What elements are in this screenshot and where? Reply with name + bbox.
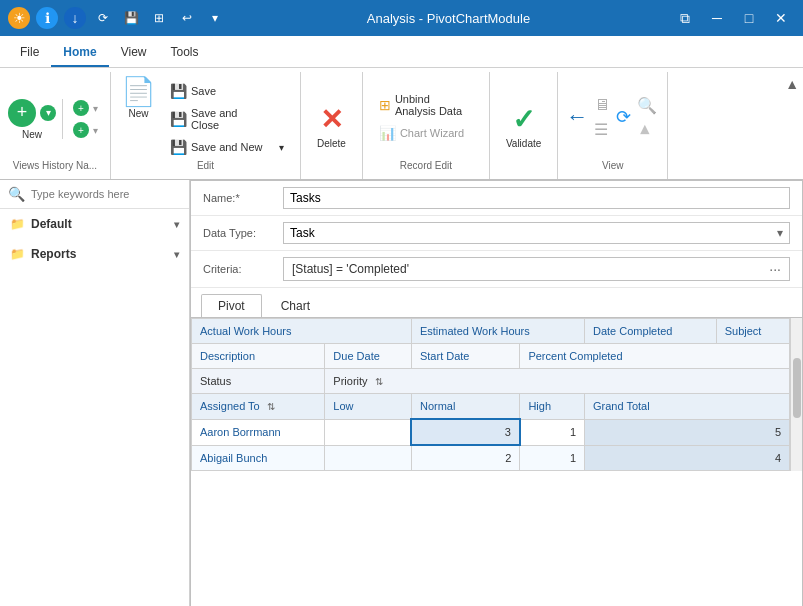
- data-type-select[interactable]: Task ▾: [283, 222, 790, 244]
- tab-pivot[interactable]: Pivot: [201, 294, 262, 317]
- download-icon[interactable]: ↓: [64, 7, 86, 29]
- sidebar-item-default[interactable]: 📁 Default ▾: [0, 209, 189, 239]
- data-type-row: Data Type: Task ▾: [191, 216, 802, 251]
- priority-cell: Priority ⇅: [325, 369, 790, 394]
- name-label: Name:*: [203, 192, 283, 204]
- view-small-col: 🖥 ☰: [592, 94, 612, 141]
- view-icon2[interactable]: ☰: [592, 118, 612, 141]
- new-dropdown-button[interactable]: ▾: [40, 105, 56, 121]
- new-doc-label: New: [128, 108, 148, 119]
- save-button[interactable]: 💾 Save: [162, 80, 272, 102]
- close-button[interactable]: ✕: [767, 4, 795, 32]
- content-area: Name:* Data Type: Task ▾ Criteria: [Stat…: [190, 180, 803, 606]
- assigned-sort-icon[interactable]: ⇅: [267, 401, 275, 412]
- info-icon[interactable]: ℹ: [36, 7, 58, 29]
- grid-title-icon[interactable]: ⊞: [148, 7, 170, 29]
- new-doc-button[interactable]: 📄 New: [119, 76, 158, 121]
- unbind-button[interactable]: ⊞ Unbind Analysis Data: [371, 90, 481, 120]
- sun-icon[interactable]: ☀: [8, 7, 30, 29]
- new-small-group: + ▾ + ▾: [69, 98, 102, 140]
- table-row: Abigail Bunch 2 1 4: [192, 445, 790, 471]
- main-container: 🔍 📁 Default ▾ 📁 Reports ▾ Name:* Data Ty…: [0, 180, 803, 606]
- chevron-reports: ▾: [174, 249, 179, 260]
- col-low: Low: [325, 394, 412, 420]
- sidebar: 🔍 📁 Default ▾ 📁 Reports ▾: [0, 180, 190, 606]
- table-row: Aaron Borrmann 3 1 5: [192, 419, 790, 445]
- save-icon: 💾: [170, 83, 187, 99]
- validate-label: Validate: [506, 138, 541, 149]
- undo-title-icon[interactable]: ↩: [176, 7, 198, 29]
- scrollbar-thumb[interactable]: [793, 358, 801, 418]
- pivot-container: Actual Work Hours Estimated Work Hours D…: [191, 318, 790, 471]
- form-panel: Name:* Data Type: Task ▾ Criteria: [Stat…: [190, 180, 803, 606]
- header-actual: Actual Work Hours: [192, 319, 412, 344]
- ribbon-collapse-button[interactable]: ▲: [781, 72, 803, 179]
- menu-file[interactable]: File: [8, 39, 51, 67]
- save-title-icon[interactable]: 💾: [120, 7, 142, 29]
- chevron-default: ▾: [174, 219, 179, 230]
- pivot-sub-header-row: Description Due Date Start Date Percent …: [192, 344, 790, 369]
- delete-button[interactable]: ✕ Delete: [317, 76, 346, 175]
- delete-label: Delete: [317, 138, 346, 149]
- maximize-button[interactable]: □: [735, 4, 763, 32]
- new-label: New: [22, 129, 42, 140]
- menu-home[interactable]: Home: [51, 39, 108, 67]
- menu-tools[interactable]: Tools: [158, 39, 210, 67]
- back-button[interactable]: ←: [566, 104, 588, 130]
- ribbon-view-group: ← 🖥 ☰ ⟳ 🔍 ▼ View: [558, 72, 668, 179]
- arrow-down-icon: ▼: [637, 121, 653, 139]
- restore-button[interactable]: ⧉: [671, 4, 699, 32]
- ribbon: + ▾ New + ▾ + ▾ Views History Na...: [0, 68, 803, 180]
- pivot-status-row: Status Priority ⇅: [192, 369, 790, 394]
- row2-low: [325, 445, 412, 471]
- dropdown-title-icon[interactable]: ▾: [204, 7, 226, 29]
- scrollbar-right[interactable]: [790, 318, 802, 471]
- add-circle-icon: +: [73, 100, 89, 116]
- header-date-completed: Date Completed: [585, 319, 717, 344]
- view-icon1[interactable]: 🖥: [592, 94, 612, 116]
- tab-chart[interactable]: Chart: [264, 294, 327, 317]
- data-type-label: Data Type:: [203, 227, 283, 239]
- ribbon-edit-group: 📄 New 💾 Save 💾 Save and Close 💾 Save and…: [111, 72, 301, 179]
- criteria-label: Criteria:: [203, 263, 283, 275]
- criteria-menu-icon[interactable]: ···: [769, 261, 781, 277]
- refresh-title-icon[interactable]: ⟳: [92, 7, 114, 29]
- refresh-button[interactable]: ⟳: [616, 106, 631, 128]
- collapse-icon: ▲: [785, 76, 799, 92]
- views-history-label: Views History Na...: [13, 158, 97, 175]
- col-grand-total: Grand Total: [585, 394, 790, 420]
- save-new-button[interactable]: 💾 Save and New ▾: [162, 136, 292, 158]
- sub-due-date: Due Date: [325, 344, 412, 369]
- back-icon: ←: [566, 104, 588, 130]
- folder-icon-default: 📁: [10, 217, 25, 231]
- row1-normal[interactable]: 3: [411, 419, 519, 445]
- row2-total: 4: [585, 445, 790, 471]
- row1-high: 1: [520, 419, 585, 445]
- priority-sort-icon[interactable]: ⇅: [375, 376, 383, 387]
- new-small-bottom[interactable]: + ▾: [69, 120, 102, 140]
- view-buttons: ← 🖥 ☰ ⟳ 🔍 ▼: [566, 76, 659, 158]
- view-icon4[interactable]: ▼: [635, 119, 659, 141]
- name-input[interactable]: [283, 187, 790, 209]
- record-buttons: ⊞ Unbind Analysis Data 📊 Chart Wizard: [371, 76, 481, 158]
- header-estimated: Estimated Work Hours: [411, 319, 584, 344]
- new-btn-row: + ▾: [8, 99, 56, 127]
- criteria-field[interactable]: [Status] = 'Completed' ···: [283, 257, 790, 281]
- row1-name[interactable]: Aaron Borrmann: [192, 419, 325, 445]
- new-button[interactable]: +: [8, 99, 36, 127]
- chart-wizard-button[interactable]: 📊 Chart Wizard: [371, 122, 481, 144]
- new-small-top[interactable]: + ▾: [69, 98, 102, 118]
- col-high: High: [520, 394, 585, 420]
- save-close-button[interactable]: 💾 Save and Close: [162, 104, 272, 134]
- search-input[interactable]: [31, 188, 181, 200]
- view-icon3[interactable]: 🔍: [635, 94, 659, 117]
- name-row: Name:*: [191, 181, 802, 216]
- ribbon-new-group: + ▾ New + ▾ + ▾ Views History Na...: [0, 72, 111, 179]
- criteria-row: Criteria: [Status] = 'Completed' ···: [191, 251, 802, 288]
- menu-view[interactable]: View: [109, 39, 159, 67]
- minimize-button[interactable]: ─: [703, 4, 731, 32]
- sidebar-item-reports[interactable]: 📁 Reports ▾: [0, 239, 189, 269]
- row2-name[interactable]: Abigail Bunch: [192, 445, 325, 471]
- validate-button[interactable]: ✓ Validate: [506, 76, 541, 175]
- delete-icon: ✕: [320, 103, 343, 136]
